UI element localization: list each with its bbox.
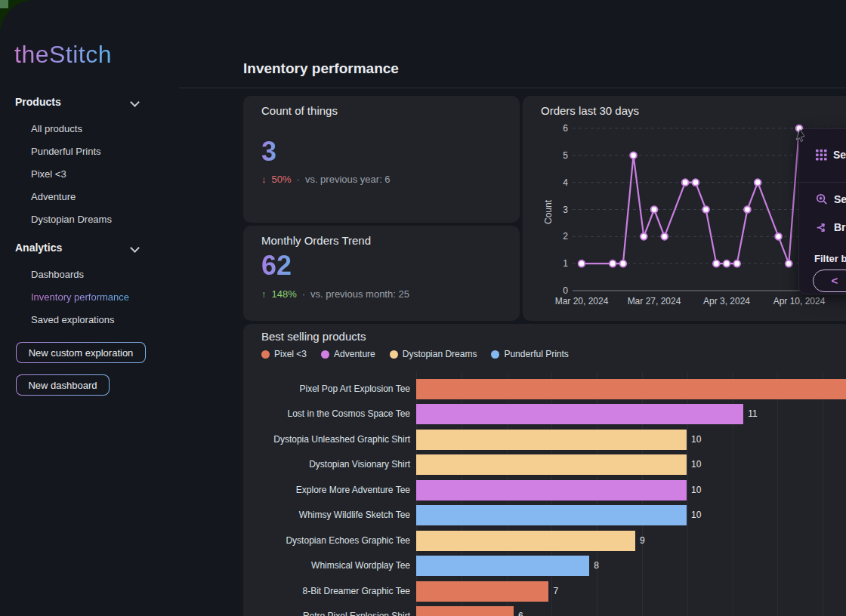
bar-value-label: 10 <box>691 480 701 500</box>
header-divider <box>179 88 846 88</box>
bar-1[interactable] <box>416 379 846 399</box>
data-point[interactable] <box>724 260 730 267</box>
sidebar-section-analytics[interactable]: Analytics <box>15 242 144 254</box>
sidebar-item-dashboards[interactable]: Dashboards <box>31 269 84 280</box>
data-point[interactable] <box>744 206 751 213</box>
app-window: theStitch Products All productsPunderful… <box>0 0 846 616</box>
chart-tools-panel: SeSeBr Filter by < <box>798 128 846 294</box>
data-point[interactable] <box>610 260 616 267</box>
bar-9[interactable] <box>416 581 548 602</box>
bar-category-label: Dystopian Visionary Shirt <box>243 454 410 475</box>
sidebar-item-dystopian-dreams[interactable]: Dystopian Dreams <box>31 214 112 225</box>
y-tick-label: 5 <box>563 150 568 161</box>
dot-separator: · <box>302 288 305 300</box>
bar-category-label: Lost in the Cosmos Space Tee <box>243 404 410 424</box>
stat-value: 62 <box>261 250 292 282</box>
bar-value-label: 7 <box>553 581 558 602</box>
y-tick-label: 3 <box>563 205 568 215</box>
page-title: Inventory performance <box>243 60 399 77</box>
bar-category-label: Dystopia Unleashed Graphic Shirt <box>243 430 410 450</box>
gridline <box>777 372 778 616</box>
x-tick-label: Apr 10, 2024 <box>773 296 826 306</box>
sidebar-item-pixel-3[interactable]: Pixel <3 <box>31 168 66 180</box>
y-tick-label: 6 <box>563 123 568 134</box>
line-series <box>582 128 799 263</box>
sidebar-item-saved-explorations[interactable]: Saved explorations <box>31 314 115 325</box>
card-title: Monthly Orders Trend <box>261 234 371 247</box>
bar-6[interactable] <box>416 505 687 525</box>
bar-value-label: 9 <box>640 531 645 551</box>
arrow-down-icon: ↓ <box>261 174 267 185</box>
window-corner-backdrop <box>0 0 8 8</box>
card-title: Count of things <box>261 104 338 117</box>
data-point[interactable] <box>775 233 782 240</box>
bar-value-label: 10 <box>691 454 701 475</box>
best-selling-products-card: Best selling products Pixel <3AdventureD… <box>243 324 846 616</box>
sidebar-item-adventure[interactable]: Adventure <box>31 191 76 202</box>
data-point[interactable] <box>661 233 668 240</box>
panel-item-branch[interactable]: Br <box>816 221 846 233</box>
panel-item-grid[interactable]: Se <box>816 149 846 161</box>
bar-category-label: Retro Pixel Explosion Shirt <box>243 606 410 616</box>
y-tick-label: 1 <box>563 258 568 269</box>
y-axis-label: Count <box>543 199 554 224</box>
panel-item-label: Br <box>834 221 846 233</box>
bar-category-label: Pixel Pop Art Explosion Tee <box>243 379 410 399</box>
arrow-up-icon: ↑ <box>261 288 267 300</box>
monthly-orders-trend-card: Monthly Orders Trend 62 ↑ 148% · vs. pre… <box>243 226 520 321</box>
bar-value-label: 10 <box>691 505 701 525</box>
count-of-things-card: Count of things 3 ↓ 50% · vs. previous y… <box>243 96 520 223</box>
bar-value-label: 10 <box>691 430 701 450</box>
chart-title: Orders last 30 days <box>541 104 639 117</box>
filter-by-label: Filter by <box>814 253 846 264</box>
bar-value-label: 8 <box>594 556 599 576</box>
data-point[interactable] <box>682 179 689 186</box>
chevron-left-icon: < <box>832 274 838 287</box>
branch-icon <box>816 222 828 233</box>
comparison-text: vs. previous month: 25 <box>310 288 409 300</box>
data-point[interactable] <box>630 152 637 159</box>
data-point[interactable] <box>713 260 720 267</box>
data-point[interactable] <box>651 206 658 213</box>
y-tick-label: 4 <box>563 177 568 188</box>
bar-3[interactable] <box>416 430 687 450</box>
bar-5[interactable] <box>416 480 687 500</box>
bar-value-label: 11 <box>748 404 757 424</box>
sidebar-item-all-products[interactable]: All products <box>31 123 82 134</box>
new-custom-exploration-button[interactable]: New custom exploration <box>16 342 146 363</box>
zoom-in-icon <box>816 193 828 205</box>
best-selling-bar-chart: Pixel Pop Art Explosion TeeLost in the C… <box>243 324 846 616</box>
bar-8[interactable] <box>416 556 589 576</box>
data-point[interactable] <box>579 260 585 267</box>
panel-item-label: Se <box>833 149 846 161</box>
delta-percent: 148% <box>272 288 297 300</box>
data-point[interactable] <box>702 206 709 213</box>
gridline <box>823 372 823 616</box>
delta-percent: 50% <box>272 174 292 185</box>
x-tick-label: Apr 3, 2024 <box>703 296 750 306</box>
bar-2[interactable] <box>416 404 743 424</box>
app-logo[interactable]: theStitch <box>14 41 112 69</box>
mouse-cursor <box>794 128 809 145</box>
bar-10[interactable] <box>416 606 514 616</box>
new-dashboard-button[interactable]: New dashboard <box>16 374 110 396</box>
sidebar-section-products[interactable]: Products <box>15 96 144 108</box>
panel-item-zoom-in[interactable]: Se <box>816 193 846 205</box>
bar-category-label: Whimsical Wordplay Tee <box>243 556 410 576</box>
sidebar-item-punderful-prints[interactable]: Punderful Prints <box>31 146 101 157</box>
y-tick-label: 0 <box>563 285 568 296</box>
dot-separator: · <box>297 174 300 185</box>
data-point[interactable] <box>755 179 761 186</box>
data-point[interactable] <box>786 260 792 267</box>
data-point[interactable] <box>693 179 699 186</box>
bar-4[interactable] <box>416 454 687 475</box>
data-point[interactable] <box>620 260 627 267</box>
sidebar-item-inventory-performance[interactable]: Inventory performance <box>31 291 129 303</box>
bar-category-label: 8-Bit Dreamer Graphic Tee <box>243 581 410 602</box>
panel-item-label: Se <box>834 193 846 205</box>
bar-7[interactable] <box>416 531 635 551</box>
collapse-panel-button[interactable]: < <box>813 270 846 292</box>
data-point[interactable] <box>641 233 647 240</box>
data-point[interactable] <box>733 260 740 267</box>
stat-value: 3 <box>261 136 276 168</box>
